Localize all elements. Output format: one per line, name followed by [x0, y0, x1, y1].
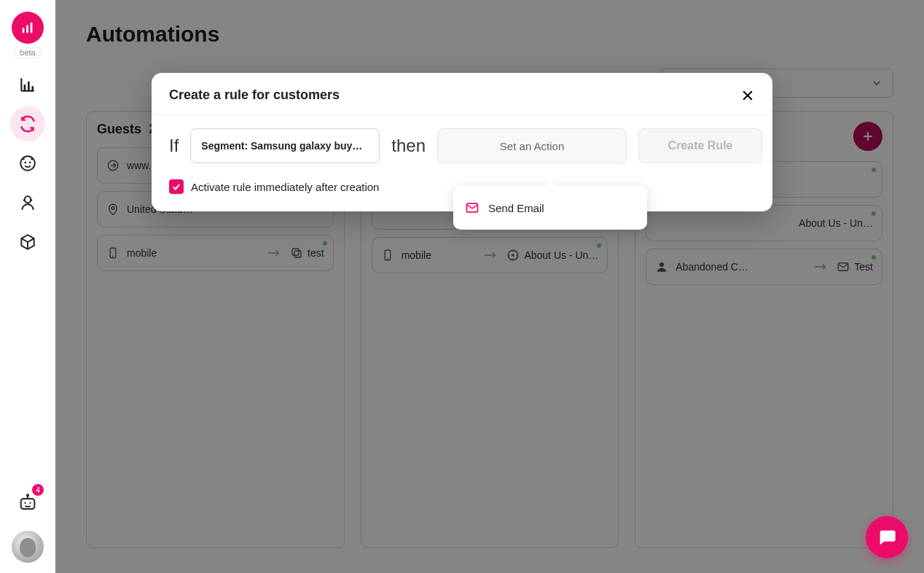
close-button[interactable]	[740, 88, 755, 103]
svg-rect-1	[26, 25, 28, 33]
nav	[10, 67, 45, 260]
logo[interactable]: beta	[12, 12, 44, 58]
action-option-send-email[interactable]: Send Email	[453, 190, 647, 225]
svg-point-8	[20, 156, 35, 171]
bot-button[interactable]: 4	[10, 486, 45, 521]
segment-select-label: Segment: Samsung galaxy buy…	[201, 140, 362, 152]
action-popover: Send Email	[453, 186, 647, 230]
svg-point-17	[29, 502, 31, 504]
activate-checkbox[interactable]	[169, 179, 184, 194]
check-icon	[171, 182, 181, 192]
sidebar: beta	[0, 0, 55, 573]
beta-badge: beta	[13, 47, 42, 58]
svg-rect-5	[24, 85, 26, 91]
action-select[interactable]: Set an Action	[437, 128, 627, 163]
modal-title: Create a rule for customers	[169, 87, 340, 103]
svg-rect-7	[31, 86, 34, 91]
then-label: then	[391, 136, 426, 156]
svg-point-9	[24, 162, 26, 164]
user-avatar[interactable]	[12, 531, 44, 563]
bot-badge: 4	[32, 484, 44, 496]
segment-select[interactable]: Segment: Samsung galaxy buy…	[190, 128, 380, 163]
action-select-placeholder: Set an Action	[500, 140, 564, 152]
nav-analytics[interactable]	[10, 67, 45, 102]
chat-fab[interactable]	[866, 516, 908, 558]
if-label: If	[169, 136, 179, 156]
modal-header: Create a rule for customers	[152, 73, 772, 115]
svg-point-15	[27, 494, 28, 496]
svg-rect-2	[31, 23, 33, 34]
svg-rect-0	[23, 28, 25, 33]
svg-point-16	[24, 502, 26, 504]
logo-icon	[12, 12, 44, 44]
chat-icon	[877, 527, 897, 547]
svg-point-10	[29, 162, 31, 164]
action-option-label: Send Email	[488, 202, 544, 214]
create-rule-button[interactable]: Create Rule	[638, 128, 762, 163]
close-icon	[740, 88, 755, 103]
nav-products[interactable]	[10, 225, 45, 260]
create-rule-button-label: Create Rule	[668, 139, 733, 152]
svg-rect-13	[21, 499, 35, 509]
nav-automations[interactable]	[10, 106, 45, 141]
mail-icon	[465, 200, 479, 215]
nav-support[interactable]	[10, 185, 45, 220]
activate-label: Activate rule immediately after creation	[191, 181, 379, 193]
rule-builder-row: If Segment: Samsung galaxy buy… then Set…	[169, 128, 755, 163]
nav-customers[interactable]	[10, 146, 45, 181]
svg-rect-6	[28, 82, 30, 91]
